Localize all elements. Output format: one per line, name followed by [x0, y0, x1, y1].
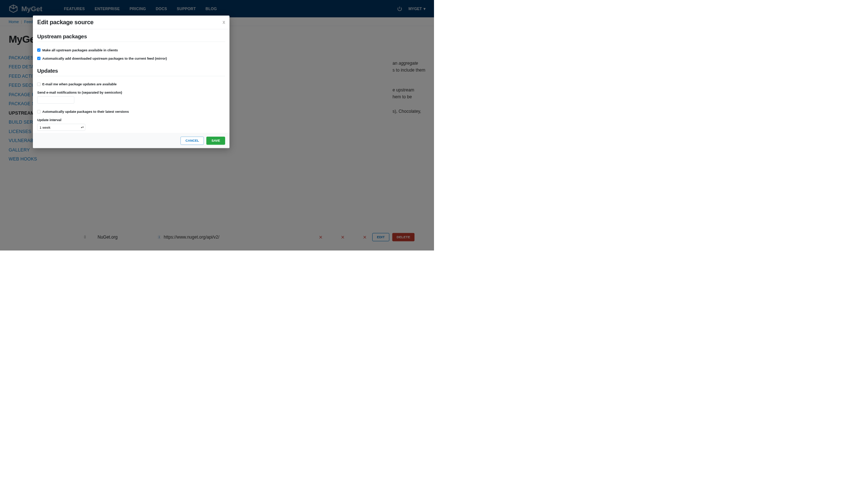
update-interval-select[interactable]: 1 week [37, 124, 85, 131]
label-auto-update: Automatically update packages to their l… [42, 110, 129, 114]
checkbox-mirror[interactable] [37, 57, 40, 60]
section-upstream-packages: Upstream packages [37, 34, 225, 42]
label-mirror: Automatically add downloaded upstream pa… [42, 56, 167, 60]
checkbox-auto-update[interactable] [37, 110, 40, 114]
checkbox-make-available[interactable] [37, 48, 40, 52]
modal-footer: CANCEL SAVE [33, 133, 229, 148]
label-email-updates: E-mail me when package updates are avail… [42, 82, 117, 86]
label-email-to: Send e-mail notifications to (separated … [37, 91, 225, 95]
close-icon[interactable]: x [223, 20, 225, 25]
email-notifications-input[interactable] [37, 97, 74, 104]
label-update-interval: Update interval [37, 118, 225, 122]
cancel-button[interactable]: CANCEL [181, 137, 204, 145]
section-updates: Updates [37, 68, 225, 76]
save-button[interactable]: SAVE [206, 137, 225, 145]
modal-header: Edit package source x [33, 16, 229, 29]
checkbox-email-updates[interactable] [37, 83, 40, 86]
edit-package-source-modal: Edit package source x Upstream packages … [33, 16, 229, 148]
label-make-available: Make all upstream packages available in … [42, 48, 118, 52]
modal-body: Upstream packages Make all upstream pack… [33, 29, 229, 133]
modal-title: Edit package source [37, 19, 94, 26]
